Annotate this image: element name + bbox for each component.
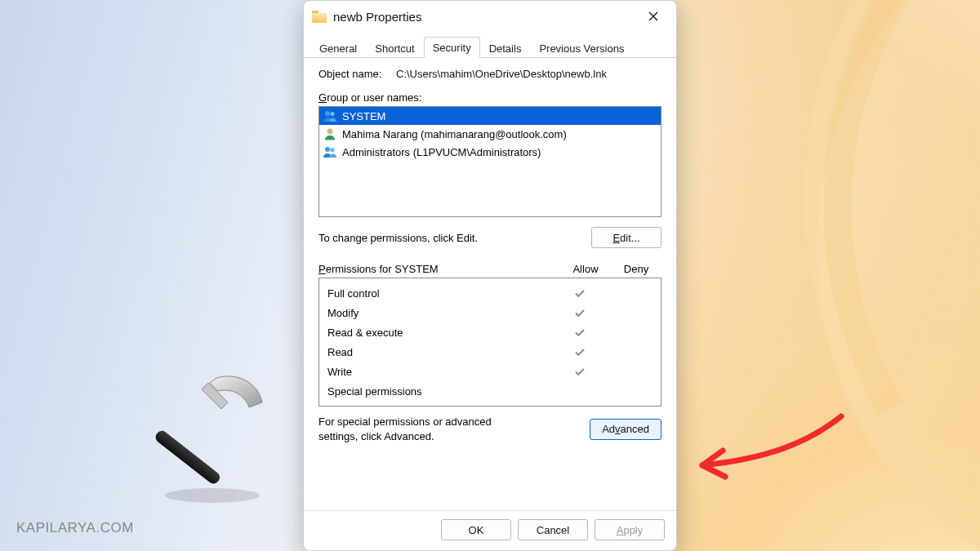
watermark-text: KAPILARYA.COM [16, 520, 134, 536]
check-icon [573, 345, 586, 358]
check-icon [573, 287, 586, 300]
advanced-button[interactable]: Advanced [590, 419, 662, 440]
list-item-administrators[interactable]: Administrators (L1PVUCM\Administrators) [319, 143, 661, 161]
cancel-button[interactable]: Cancel [518, 519, 588, 540]
column-allow: Allow [560, 263, 611, 275]
dialog-footer: OK Cancel Apply [304, 510, 676, 550]
svg-rect-6 [154, 429, 222, 486]
check-icon [573, 306, 586, 319]
perm-row: Read & execute [327, 322, 656, 342]
security-tab-content: Object name: C:\Users\mahim\OneDrive\Des… [304, 58, 676, 510]
annotation-arrow [678, 392, 858, 490]
allow-check [555, 306, 605, 320]
hammer-icon [143, 367, 282, 505]
tab-general[interactable]: General [310, 38, 366, 58]
tab-previous-versions[interactable]: Previous Versions [530, 38, 633, 58]
user-icon [323, 127, 337, 140]
list-item-label: Mahima Narang (mahimanarang@outlook.com) [342, 128, 567, 140]
check-icon [573, 365, 586, 378]
allow-check [555, 345, 605, 359]
perm-name: Read [327, 346, 555, 358]
perm-name: Read & execute [327, 327, 555, 339]
perm-name: Special permissions [327, 385, 555, 398]
perm-row: Write [327, 362, 656, 381]
perm-name: Full control [327, 287, 555, 300]
svg-point-4 [330, 148, 334, 152]
close-button[interactable] [635, 4, 671, 29]
folder-icon [312, 11, 327, 23]
perm-row: Read [327, 342, 656, 362]
check-icon [573, 326, 586, 339]
perm-row: Special permissions [327, 381, 656, 401]
edit-button[interactable]: Edit... [591, 227, 662, 248]
allow-check [555, 326, 605, 340]
svg-point-3 [325, 147, 330, 152]
titlebar: newb Properties [304, 1, 676, 32]
tab-security[interactable]: Security [424, 37, 480, 58]
list-item-label: SYSTEM [342, 110, 385, 122]
window-title: newb Properties [333, 10, 421, 24]
list-item-label: Administrators (L1PVUCM\Administrators) [342, 146, 541, 158]
svg-point-2 [327, 129, 333, 135]
column-deny: Deny [611, 263, 662, 275]
svg-point-1 [330, 112, 334, 116]
list-item-user[interactable]: Mahima Narang (mahimanarang@outlook.com) [319, 125, 661, 143]
change-permissions-text: To change permissions, click Edit. [318, 232, 478, 244]
users-icon [323, 145, 337, 158]
permissions-listbox: Full control Modify Read & execute Read [318, 278, 662, 407]
tab-strip: General Shortcut Security Details Previo… [304, 35, 676, 58]
ok-button[interactable]: OK [441, 519, 511, 540]
object-name-label: Object name: [318, 68, 396, 80]
perm-row: Full control [327, 283, 656, 303]
tab-details[interactable]: Details [480, 38, 531, 58]
advanced-help-text: For special permissions or advanced sett… [318, 415, 531, 443]
perm-name: Write [327, 366, 555, 378]
tab-shortcut[interactable]: Shortcut [366, 38, 423, 58]
apply-button[interactable]: Apply [595, 519, 665, 540]
perm-row: Modify [327, 303, 656, 322]
perm-name: Modify [327, 307, 555, 319]
list-item-system[interactable]: SYSTEM [319, 107, 661, 125]
group-users-label: Group or user names: [318, 91, 662, 104]
close-icon [648, 11, 658, 21]
properties-dialog: newb Properties General Shortcut Securit… [303, 0, 677, 551]
group-users-listbox[interactable]: SYSTEM Mahima Narang (mahimanarang@outlo… [318, 106, 662, 217]
object-name-value: C:\Users\mahim\OneDrive\Desktop\newb.lnk [396, 68, 607, 80]
permissions-for-label: Permissions for SYSTEM [318, 263, 560, 275]
svg-point-5 [165, 488, 260, 503]
allow-check [555, 365, 605, 379]
users-icon [323, 109, 337, 122]
allow-check [555, 287, 605, 300]
svg-point-0 [325, 111, 330, 116]
